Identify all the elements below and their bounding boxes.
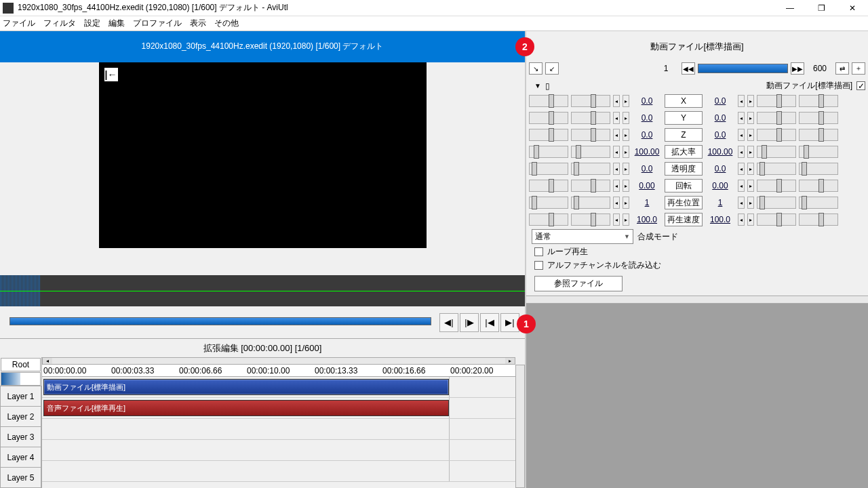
value-right-5[interactable]: 0.00	[705, 181, 735, 190]
anchor-end-icon[interactable]: ↙	[545, 62, 559, 75]
nudge-l-dec-7[interactable]: ◂	[613, 214, 620, 226]
lock-icon[interactable]: ▯	[545, 81, 550, 91]
nudge-r-dec-7[interactable]: ◂	[738, 214, 745, 226]
layer-3-label[interactable]: Layer 3	[0, 426, 41, 447]
swap-icon[interactable]: ⇄	[835, 62, 849, 75]
value-right-0[interactable]: 0.0	[705, 96, 735, 106]
lane-1[interactable]: 動画ファイル[標準描画]	[42, 377, 515, 398]
clip-audio[interactable]: 音声ファイル[標準再生]	[43, 400, 449, 416]
slider-right2-4[interactable]	[799, 163, 838, 175]
prop-label-2[interactable]: Z	[665, 128, 703, 142]
slider-left-6[interactable]	[529, 197, 568, 209]
layer-1-label[interactable]: Layer 1	[0, 386, 41, 407]
nudge-l-inc-4[interactable]: ▸	[623, 163, 629, 175]
slider-left2-6[interactable]	[571, 197, 610, 209]
value-right-7[interactable]: 100.0	[705, 215, 735, 224]
nudge-r-inc-0[interactable]: ▸	[747, 95, 754, 107]
slider-right-7[interactable]	[757, 214, 796, 226]
menu-settings[interactable]: 設定	[84, 18, 100, 29]
value-left-4[interactable]: 0.0	[632, 164, 662, 174]
slider-left2-3[interactable]	[571, 146, 610, 158]
clip-video[interactable]: 動画ファイル[標準描画]	[43, 379, 449, 395]
value-right-4[interactable]: 0.0	[705, 164, 735, 174]
nudge-l-dec-2[interactable]: ◂	[613, 129, 620, 141]
menu-view[interactable]: 表示	[190, 18, 206, 29]
slider-left2-0[interactable]	[571, 95, 610, 107]
value-left-0[interactable]: 0.0	[632, 96, 662, 106]
prop-label-5[interactable]: 回転	[665, 179, 703, 192]
lane-2[interactable]: 音声ファイル[標準再生]	[42, 398, 515, 419]
slider-right-1[interactable]	[757, 112, 796, 124]
nudge-r-inc-2[interactable]: ▸	[747, 129, 754, 141]
slider-left-2[interactable]	[529, 129, 568, 141]
slider-left-3[interactable]	[529, 146, 568, 158]
loop-checkbox[interactable]	[534, 247, 543, 256]
reference-file-button[interactable]: 参照ファイル	[534, 276, 623, 291]
nudge-l-dec-5[interactable]: ◂	[613, 180, 620, 192]
nudge-l-inc-1[interactable]: ▸	[623, 112, 629, 124]
nudge-r-dec-5[interactable]: ◂	[738, 180, 745, 192]
slider-left-1[interactable]	[529, 112, 568, 124]
go-start-button[interactable]: |◀	[480, 313, 499, 332]
minimize-button[interactable]: —	[774, 0, 806, 16]
nudge-l-inc-6[interactable]: ▸	[623, 197, 629, 209]
object-enable-checkbox[interactable]: ✓	[856, 81, 865, 90]
value-left-5[interactable]: 0.00	[632, 181, 662, 190]
layer-4-label[interactable]: Layer 4	[0, 447, 41, 468]
slider-left2-2[interactable]	[571, 129, 610, 141]
nudge-r-dec-2[interactable]: ◂	[738, 129, 745, 141]
rewind-start-icon[interactable]: |←	[104, 68, 118, 81]
video-preview[interactable]: |←	[99, 62, 427, 248]
slider-right-6[interactable]	[757, 197, 796, 209]
seek-slider[interactable]	[5, 313, 435, 332]
menu-filter[interactable]: フィルタ	[43, 18, 76, 29]
nudge-l-inc-5[interactable]: ▸	[623, 180, 629, 192]
value-left-1[interactable]: 0.0	[632, 113, 662, 123]
nudge-r-dec-0[interactable]: ◂	[738, 95, 745, 107]
slider-right2-1[interactable]	[799, 112, 838, 124]
value-right-1[interactable]: 0.0	[705, 113, 735, 123]
menu-edit[interactable]: 編集	[108, 18, 125, 29]
nudge-l-dec-4[interactable]: ◂	[613, 163, 620, 175]
frame-next-button[interactable]: ▶▶	[791, 62, 804, 75]
slider-left-4[interactable]	[529, 163, 568, 175]
slider-right-5[interactable]	[757, 180, 796, 192]
prop-label-1[interactable]: Y	[665, 111, 703, 125]
lane-4[interactable]	[42, 440, 515, 461]
slider-left-5[interactable]	[529, 180, 568, 192]
slider-left-0[interactable]	[529, 95, 568, 107]
slider-right2-2[interactable]	[799, 129, 838, 141]
value-right-3[interactable]: 100.00	[705, 147, 735, 157]
value-left-2[interactable]: 0.0	[632, 130, 662, 140]
menu-profile[interactable]: プロファイル	[133, 18, 182, 29]
slider-left2-7[interactable]	[571, 214, 610, 226]
value-right-6[interactable]: 1	[705, 198, 735, 207]
slider-left2-4[interactable]	[571, 163, 610, 175]
slider-right-2[interactable]	[757, 129, 796, 141]
maximize-button[interactable]: ❐	[806, 0, 837, 16]
nudge-r-inc-6[interactable]: ▸	[747, 197, 754, 209]
prop-label-7[interactable]: 再生速度	[665, 213, 703, 226]
collapse-icon[interactable]: ▼	[534, 82, 541, 89]
menu-other[interactable]: その他	[214, 18, 239, 29]
frame-slider[interactable]	[698, 64, 788, 73]
slider-left-7[interactable]	[529, 214, 568, 226]
value-left-7[interactable]: 100.0	[632, 215, 662, 224]
prop-label-0[interactable]: X	[665, 94, 703, 108]
lane-3[interactable]	[42, 419, 515, 440]
step-back-button[interactable]: ◀|	[439, 313, 458, 332]
nudge-r-inc-4[interactable]: ▸	[747, 163, 754, 175]
prop-label-3[interactable]: 拡大率	[665, 145, 703, 159]
nudge-l-inc-7[interactable]: ▸	[623, 214, 629, 226]
nudge-l-dec-6[interactable]: ◂	[613, 197, 620, 209]
nudge-r-dec-4[interactable]: ◂	[738, 163, 745, 175]
slider-right2-7[interactable]	[799, 214, 838, 226]
frame-prev-button[interactable]: ◀◀	[682, 62, 695, 75]
close-button[interactable]: ✕	[837, 0, 868, 16]
slider-right-4[interactable]	[757, 163, 796, 175]
timeline-hscroll[interactable]: ◂▸	[42, 357, 515, 365]
layer-5-label[interactable]: Layer 5	[0, 467, 41, 488]
zoom-control[interactable]	[1, 372, 41, 386]
value-right-2[interactable]: 0.0	[705, 130, 735, 140]
prop-label-6[interactable]: 再生位置	[665, 196, 703, 209]
